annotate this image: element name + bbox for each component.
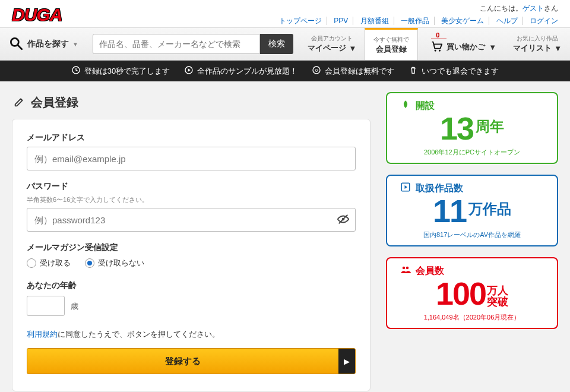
age-unit: 歳 <box>71 302 78 311</box>
nav-cart-label: 買い物かご <box>446 42 485 52</box>
chevron-down-icon: ▼ <box>349 44 356 53</box>
nav-mylist-big: マイリスト <box>513 43 552 53</box>
badge-red-sub: 1,164,049名（2020年06月現在） <box>397 313 547 322</box>
age-label: あなたの年齢 <box>27 280 356 291</box>
nav-register-small: 今すぐ無料で <box>373 36 409 44</box>
nav-mypage-big: マイページ <box>308 43 346 53</box>
magazine-yes[interactable]: 受け取る <box>27 258 71 268</box>
chevron-down-icon: ▼ <box>554 44 562 53</box>
magazine-no[interactable]: 受け取らない <box>85 258 144 268</box>
play-icon <box>184 65 194 77</box>
chevron-down-icon: ▼ <box>489 43 496 52</box>
badge-works: 取扱作品数 11万作品 国内817レーベルのAV作品を網羅 <box>386 175 558 246</box>
main-nav: 作品を探す ▼ 検索 会員アカウント マイページ▼ 今すぐ無料で 会員登録 0 … <box>0 27 570 61</box>
nav-mypage[interactable]: 会員アカウント マイページ▼ <box>299 28 365 60</box>
radio-icon <box>85 258 94 268</box>
register-form: メールアドレス パスワード 半角英数6〜16文字で入力してください。 メールマガ… <box>12 119 370 391</box>
radio-icon <box>27 258 36 268</box>
magazine-label: メールマガジン受信設定 <box>27 242 356 253</box>
chevron-down-icon: ▼ <box>72 41 78 48</box>
badge-blue-sub: 国内817レーベルのAV作品を網羅 <box>397 230 547 239</box>
edit-icon <box>13 95 26 110</box>
leaf-icon <box>400 99 411 112</box>
terms-link[interactable]: 利用規約 <box>27 330 58 339</box>
nav-cart[interactable]: 0 買い物かご ▼ <box>418 28 505 60</box>
play-square-icon <box>400 182 411 195</box>
terms-rest: に同意したうえで、ボタンを押してください。 <box>58 330 220 339</box>
search-button[interactable]: 検索 <box>260 34 293 54</box>
promo-bar: 登録は30秒で完了します 全作品のサンプルが見放題！ 0会員登録は無料です いつ… <box>0 61 570 81</box>
trash-icon <box>408 65 418 77</box>
nav-mylist[interactable]: お気に入り作品 マイリスト▼ <box>505 28 570 60</box>
greeting-prefix: こんにちは。 <box>480 4 522 12</box>
badge-red-l2: 突破 <box>487 296 508 308</box>
svg-point-11 <box>403 267 406 270</box>
badge-green-suffix: 周年 <box>476 117 504 136</box>
site-logo[interactable]: DUGA <box>12 5 62 25</box>
top-nav-links: トップページ PPV 月額番組 一般作品 美少女ゲーム ヘルプ ログイン <box>274 16 558 26</box>
submit-label: 登録する <box>27 356 338 367</box>
svg-point-3 <box>439 49 441 51</box>
badge-green-sub: 2006年12月にPCサイトオープン <box>397 148 547 157</box>
nav-register-big: 会員登録 <box>376 44 407 55</box>
promo-free: 会員登録は無料です <box>325 66 394 77</box>
search-icon <box>8 36 24 53</box>
magazine-no-label: 受け取らない <box>98 258 144 268</box>
nav-mylist-small: お気に入り作品 <box>517 34 558 43</box>
nav-search-label: 作品を探す <box>27 39 69 49</box>
password-field[interactable] <box>27 208 356 232</box>
greeting-guest: ゲスト <box>522 4 544 12</box>
link-help[interactable]: ヘルプ <box>492 17 523 25</box>
promo-quit: いつでも退会できます <box>422 66 499 77</box>
free-icon: 0 <box>312 65 321 77</box>
greeting-text: こんにちは。ゲストさん <box>274 4 558 14</box>
badge-green-num: 13 <box>440 112 473 144</box>
greeting-suffix: さん <box>544 4 558 12</box>
promo-samples: 全作品のサンプルが見放題！ <box>197 66 297 77</box>
promo-30sec: 登録は30秒で完了します <box>84 66 170 77</box>
email-field[interactable] <box>27 147 356 170</box>
magazine-yes-label: 受け取る <box>40 258 71 268</box>
badge-blue-suffix: 万作品 <box>468 200 511 219</box>
users-icon <box>400 264 411 277</box>
cart-icon <box>430 40 443 55</box>
badge-red-num: 100 <box>436 277 486 309</box>
cart-underline <box>431 39 446 39</box>
badge-members: 会員数 100万人突破 1,164,049名（2020年06月現在） <box>386 257 558 329</box>
svg-point-12 <box>406 267 409 270</box>
link-login[interactable]: ログイン <box>525 17 558 25</box>
link-ppv[interactable]: PPV <box>329 17 353 25</box>
password-help: 半角英数6〜16文字で入力してください。 <box>27 195 356 204</box>
badge-green-title: 開設 <box>416 100 435 112</box>
search-input[interactable] <box>93 34 260 54</box>
age-field[interactable] <box>27 296 65 316</box>
link-games[interactable]: 美少女ゲーム <box>436 17 489 25</box>
password-label: パスワード <box>27 181 356 192</box>
terms-line: 利用規約に同意したうえで、ボタンを押してください。 <box>27 329 356 340</box>
nav-mypage-small: 会員アカウント <box>311 34 353 43</box>
svg-line-1 <box>18 45 22 49</box>
link-general[interactable]: 一般作品 <box>396 17 435 25</box>
nav-search-category[interactable]: 作品を探す ▼ <box>0 28 87 60</box>
badge-anniversary: 開設 13周年 2006年12月にPCサイトオープン <box>386 92 558 164</box>
email-label: メールアドレス <box>27 132 356 143</box>
svg-text:0: 0 <box>315 68 318 73</box>
nav-register[interactable]: 今すぐ無料で 会員登録 <box>365 28 418 60</box>
link-top[interactable]: トップページ <box>274 17 327 25</box>
submit-button[interactable]: 登録する ▶ <box>27 348 356 374</box>
svg-point-2 <box>435 49 436 51</box>
badge-blue-num: 11 <box>433 195 466 227</box>
page-title: 会員登録 <box>31 94 78 110</box>
badge-red-l1: 万人 <box>487 285 508 296</box>
clock-icon <box>71 65 81 77</box>
toggle-password-icon[interactable] <box>337 213 350 227</box>
arrow-right-icon: ▶ <box>338 349 355 374</box>
link-monthly[interactable]: 月額番組 <box>356 17 394 25</box>
cart-count: 0 <box>436 31 439 39</box>
